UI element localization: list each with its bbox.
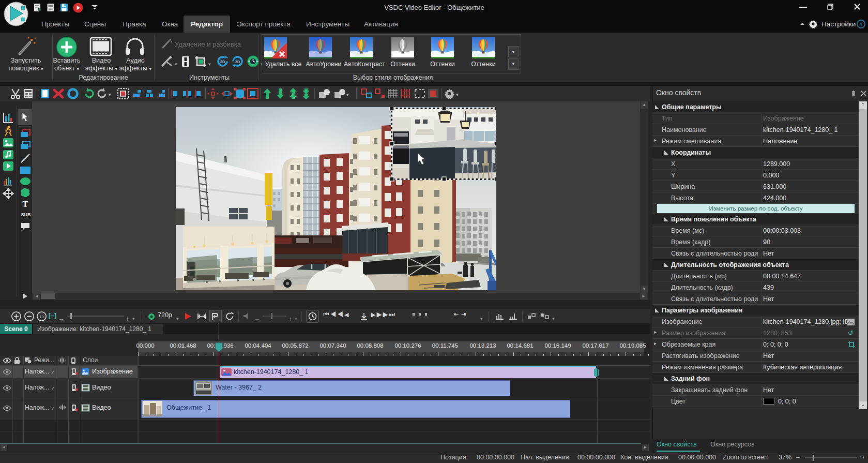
- svg-text:3D: 3D: [220, 60, 225, 64]
- svg-text:10: 10: [39, 315, 43, 319]
- svg-text:3D: 3D: [235, 60, 240, 64]
